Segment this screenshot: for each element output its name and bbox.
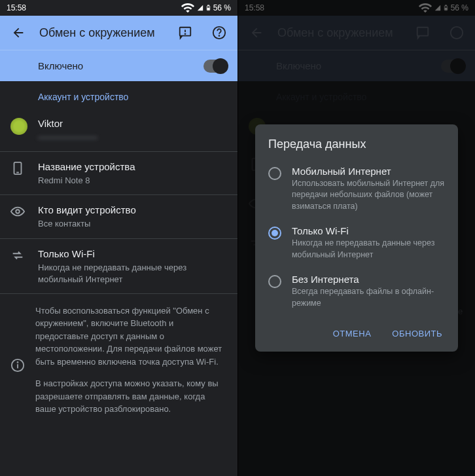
screen-left: 15:58 56 % Обмен с окружением Включено А… (0, 0, 238, 476)
device-sub: Redmi Note 8 (38, 175, 227, 187)
svg-point-13 (18, 362, 18, 363)
help-icon (212, 26, 226, 40)
svg-point-10 (16, 210, 20, 214)
wifi-icon (181, 1, 195, 15)
option-wifi[interactable]: Только Wi-Fi Никогда не передавать данны… (255, 219, 458, 267)
help-button[interactable] (206, 20, 232, 46)
signal-icon (197, 3, 203, 12)
data-title: Только Wi-Fi (38, 247, 227, 261)
svg-rect-2 (207, 8, 209, 10)
enabled-toggle-row[interactable]: Включено (0, 50, 238, 81)
info-p1: Чтобы воспользоваться функцией "Обмен с … (35, 304, 227, 369)
back-button[interactable] (5, 20, 31, 46)
dialog-actions: ОТМЕНА ОБНОВИТЬ (255, 316, 458, 346)
status-bar: 15:58 56 % (0, 0, 238, 16)
visibility-title: Кто видит устройство (38, 203, 227, 217)
opt-mobile-title: Мобильный Интернет (292, 166, 445, 177)
radio-offline[interactable] (268, 275, 281, 288)
info-p2: В настройках доступа можно указать, кому… (35, 377, 227, 416)
feedback-button[interactable] (172, 20, 198, 46)
cancel-button[interactable]: ОТМЕНА (325, 323, 379, 344)
radio-mobile[interactable] (268, 167, 281, 180)
transfer-icon (10, 247, 38, 263)
app-bar: Обмен с окружением (0, 16, 238, 50)
row-data-usage[interactable]: Только Wi-Fi Никогда не передавать данны… (0, 239, 238, 294)
user-email: ——————— (38, 132, 227, 143)
opt-offline-title: Без Интернета (292, 274, 445, 285)
row-device-name[interactable]: Название устройства Redmi Note 8 (0, 152, 238, 195)
update-button[interactable]: ОБНОВИТЬ (384, 323, 450, 344)
phone-icon (10, 160, 38, 175)
eye-icon (10, 203, 38, 219)
app-title: Обмен с окружением (39, 26, 164, 40)
visibility-sub: Все контакты (38, 218, 227, 230)
row-visibility[interactable]: Кто видит устройство Все контакты (0, 195, 238, 238)
battery-pct: 56 % (213, 3, 231, 12)
arrow-back-icon (11, 26, 26, 40)
row-user[interactable]: Viktor ——————— (0, 109, 238, 152)
status-time: 15:58 (7, 3, 26, 12)
feedback-icon (178, 26, 192, 40)
user-avatar-icon (10, 117, 38, 135)
dialog-overlay[interactable]: Передача данных Мобильный Интернет Испол… (238, 0, 475, 476)
svg-rect-1 (207, 5, 209, 6)
opt-offline-sub: Всегда передавать файлы в офлайн-режиме (292, 286, 445, 309)
enabled-toggle[interactable] (203, 60, 227, 73)
battery-icon (205, 3, 211, 12)
data-usage-dialog: Передача данных Мобильный Интернет Испол… (255, 124, 458, 352)
opt-mobile-sub: Использовать мобильный Интернет для пере… (292, 178, 445, 213)
device-title: Название устройства (38, 160, 227, 174)
status-right: 56 % (181, 1, 231, 15)
enabled-label: Включено (38, 60, 83, 71)
opt-wifi-title: Только Wi-Fi (292, 225, 445, 236)
svg-point-5 (185, 33, 186, 34)
opt-wifi-sub: Никогда не передавать данные через мобил… (292, 238, 445, 261)
section-account-header: Аккаунт и устройство (0, 81, 238, 109)
option-mobile[interactable]: Мобильный Интернет Использовать мобильны… (255, 159, 458, 219)
info-icon (10, 304, 25, 425)
radio-wifi[interactable] (268, 227, 281, 240)
option-offline[interactable]: Без Интернета Всегда передавать файлы в … (255, 267, 458, 316)
svg-point-7 (219, 35, 220, 36)
info-section: Чтобы воспользоваться функцией "Обмен с … (0, 294, 238, 435)
dialog-title: Передача данных (255, 137, 458, 159)
screen-right: 15:58 56 % Обмен с окружением Включено А… (238, 0, 475, 476)
user-name: Viktor (38, 117, 227, 130)
data-sub: Никогда не передавать данные через мобил… (38, 262, 227, 285)
